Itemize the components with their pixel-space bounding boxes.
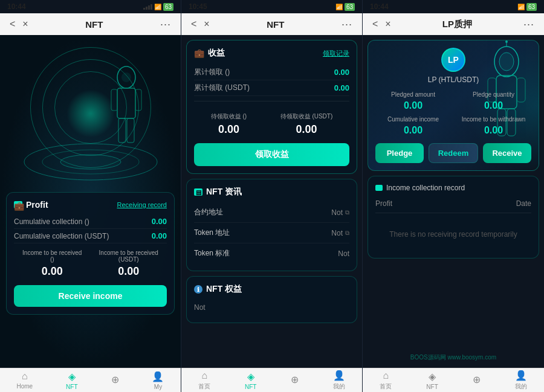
battery-icon-3: 63 [526, 3, 537, 11]
income-row-1: Income to be received() 0.00 Income to b… [14, 243, 167, 283]
lp-btn-row-3: Pledge Redeem Receive [375, 143, 531, 163]
receiving-record-link-2[interactable]: 领取记录 [323, 49, 349, 58]
copy-icon-token[interactable]: ⧉ [345, 230, 349, 237]
income-label-title-2: 收益 [208, 48, 225, 59]
back-button-1[interactable]: < [10, 19, 15, 30]
nav-home-2[interactable]: ⌂ 首页 [198, 370, 210, 391]
nft-rights-content-2: Not [194, 300, 349, 315]
nav-mid-3[interactable]: ⊕ [473, 374, 481, 387]
nav-nft-2[interactable]: ◈ NFT [245, 371, 256, 390]
token-std-label-2: Token 标准 [194, 248, 230, 259]
receive-income-button-2[interactable]: 领取收益 [194, 143, 349, 166]
pledge-button-3[interactable]: Pledge [375, 143, 424, 163]
receive-button-3[interactable]: Receive [483, 143, 531, 163]
cumulative-usdt-label-2: 累计领取 (USDT) [194, 83, 250, 93]
cumulative-usdt-row-2: 累计领取 (USDT) 0.00 [194, 80, 349, 96]
back-button-2[interactable]: < [191, 19, 196, 30]
bottom-nav-2: ⌂ 首页 ◈ NFT ⊕ 👤 我的 [181, 368, 362, 392]
pledged-amount-stat: Pledged amount 0.00 [375, 91, 451, 111]
nav-bar-3: < × LP质押 ··· [363, 13, 544, 35]
nav-my-1[interactable]: 👤 My [152, 371, 164, 390]
home-icon-1: ⌂ [22, 371, 28, 382]
cumulative-row-2: 累计领取 () 0.00 [194, 65, 349, 80]
my-icon-3: 👤 [515, 370, 527, 381]
status-icons-1: 📶 63 [143, 3, 173, 11]
status-bar-1: 10:44 📶 63 [0, 0, 181, 13]
nft-rights-card-2: ℹ NFT 权益 Not [186, 276, 357, 323]
status-icons-2: 📶 63 [335, 3, 355, 11]
nav-nft-3[interactable]: ◈ NFT [426, 371, 438, 390]
nav-my-3[interactable]: 👤 我的 [515, 370, 527, 391]
platform-svg [15, 126, 166, 186]
nav-my-2[interactable]: 👤 我的 [333, 370, 345, 391]
svg-point-6 [121, 72, 131, 82]
nav-home-3[interactable]: ⌂ 首页 [380, 370, 392, 391]
receive-income-button-1[interactable]: Receive income [14, 285, 167, 307]
bottom-nav-1: ⌂ Home ◈ NFT ⊕ 👤 My [0, 368, 181, 392]
pending-col-2: 待领取收益 (USDT) 0.00 [280, 112, 333, 136]
nav-more-1[interactable]: ··· [160, 18, 171, 31]
receiving-record-link-1[interactable]: Receiving record [117, 201, 167, 208]
income-value-1a: 0.00 [42, 265, 63, 278]
close-button-1[interactable]: × [22, 19, 28, 30]
contract-value-2: Not ⧉ [331, 208, 349, 217]
nav-home-1[interactable]: ⌂ Home [16, 371, 33, 390]
hero-area-1: 💼 Profit Receiving record Cumulative col… [0, 35, 181, 368]
pledge-quantity-value: 0.00 [484, 100, 503, 111]
nft-icon-1: ◈ [68, 371, 76, 382]
token-std-row-2: Token 标准 Not [194, 243, 349, 263]
close-button-2[interactable]: × [204, 19, 209, 30]
income-withdrawn-value: 0.00 [484, 125, 503, 136]
pledge-quantity-label: Pledge quantity [473, 91, 514, 98]
card-header-1: 💼 Profit Receiving record [14, 200, 167, 210]
token-addr-row-2: Token 地址 Not ⧉ [194, 223, 349, 243]
nav-more-3[interactable]: ··· [523, 18, 534, 31]
mid-icon-1: ⊕ [111, 374, 119, 385]
nft-icon-2: ◈ [247, 371, 254, 382]
redeem-button-3[interactable]: Redeem [429, 143, 478, 163]
signal-icon-1 [143, 4, 152, 10]
nav-left-2: < × [191, 19, 210, 30]
svg-rect-3 [135, 89, 141, 111]
cumulative-row-1: Cumulative collection () 0.00 [14, 214, 167, 229]
income-title-2: 💼 收益 [194, 48, 225, 59]
cumulative-income-value: 0.00 [404, 125, 423, 136]
pending-income-row-2: 待领取收益 () 0.00 待领取收益 (USDT) 0.00 [194, 106, 349, 141]
panel3-scroll-content: LP LP (HTL/USDT) Pledged amount 0.00 Ple… [363, 35, 544, 368]
close-button-3[interactable]: × [385, 19, 390, 30]
lp-card-content: LP LP (HTL/USDT) Pledged amount 0.00 Ple… [375, 48, 531, 163]
nft-label-1: NFT [66, 384, 77, 390]
cumulative-label-2: 累计领取 () [194, 67, 230, 77]
panel-3: 10:44 📶 63 < × LP质押 ··· [363, 0, 544, 392]
profit-card-1: 💼 Profit Receiving record Cumulative col… [6, 192, 175, 315]
wifi-icon-1: 📶 [154, 4, 161, 10]
my-label-3: 我的 [515, 382, 527, 391]
svg-point-18 [505, 40, 508, 43]
nav-mid-1[interactable]: ⊕ [111, 374, 119, 387]
home-label-1: Home [16, 383, 33, 390]
nft-info-card-2: ▤ NFT 资讯 合约地址 Not ⧉ Token 地址 Not ⧉ Token… [186, 179, 357, 271]
nft-info-icon-2: ▤ [194, 188, 202, 196]
nav-left-3: < × [372, 19, 391, 30]
record-col-date: Date [516, 199, 531, 208]
pending-col-1: 待领取收益 () 0.00 [211, 112, 247, 136]
nav-mid-2[interactable]: ⊕ [291, 374, 299, 387]
record-col-profit: Profit [375, 199, 392, 208]
nav-more-2[interactable]: ··· [342, 18, 352, 31]
nav-nft-1[interactable]: ◈ NFT [66, 371, 77, 390]
status-bar-2: 10:45 📶 63 [181, 0, 362, 13]
hero-visual-1 [0, 35, 181, 192]
nav-title-1: NFT [85, 19, 103, 30]
pending-label-2a: 待领取收益 () [211, 112, 247, 121]
token-std-value-2: Not [338, 249, 349, 258]
pending-value-2b: 0.00 [296, 123, 317, 136]
cumulative-value-1: 0.00 [152, 217, 167, 226]
record-title-3: Income collection record [386, 184, 465, 192]
nft-label-2: NFT [245, 384, 256, 390]
cumulative-usdt-value-1: 0.00 [152, 231, 167, 240]
copy-icon-contract[interactable]: ⧉ [345, 209, 349, 216]
income-col-1: Income to be received() 0.00 [22, 249, 82, 278]
record-empty-3: There is no receiving record temporarily [375, 218, 531, 251]
record-cols-3: Profit Date [375, 199, 531, 213]
back-button-3[interactable]: < [372, 19, 378, 30]
